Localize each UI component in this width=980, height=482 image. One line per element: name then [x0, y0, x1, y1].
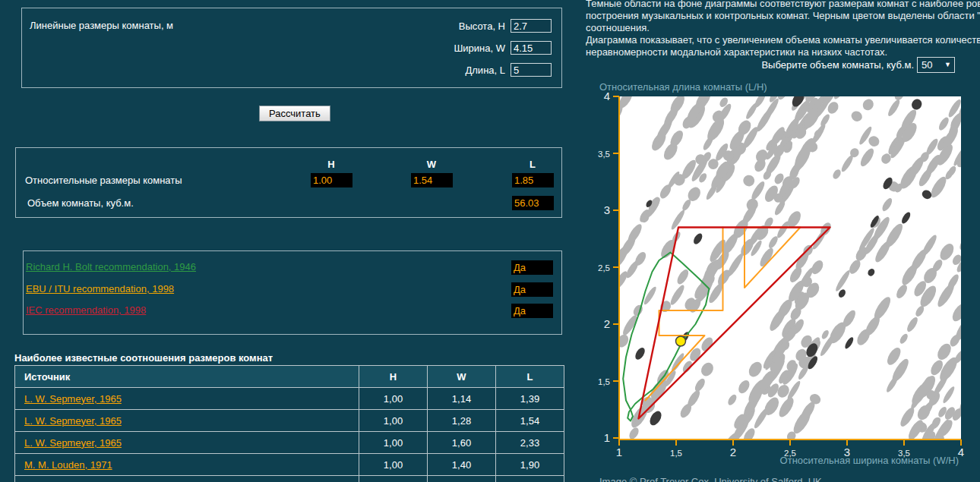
h-cell: 1,00 [359, 454, 428, 476]
relative-l-value: 1.85 [512, 173, 554, 187]
source-link[interactable]: M. M. Louden, 1971 [24, 459, 112, 471]
room-ratio-diagram: 11,522,533,5411,522,533,54 [593, 79, 972, 471]
source-column-header: Источник [15, 366, 359, 388]
room-acoustics-calculator-page: { "dimensions_panel": { "title": "Линейн… [0, 0, 980, 482]
col-header-w: W [411, 159, 452, 170]
h-column-header: H [359, 366, 428, 388]
image-attribution: Image © Prof Trevor Cox, University of S… [599, 476, 822, 482]
h-cell: 1,00 [359, 432, 428, 454]
svg-text:2: 2 [604, 317, 610, 330]
iec-recommendation-result: Да [511, 304, 553, 318]
w-cell: 1,14 [428, 388, 496, 410]
h-cell: 1,00 [359, 410, 428, 432]
l-cell: 2,33 [496, 432, 564, 454]
svg-text:3: 3 [604, 203, 610, 216]
volume-select-value: 50 [922, 59, 932, 71]
iec-recommendation-link[interactable]: IEC recommendation, 1998 [26, 304, 146, 316]
ratios-table-header-row: Источник H W L [15, 366, 564, 388]
w-column-header: W [428, 366, 496, 388]
table-row: L. W. Sepmeyer, 1965 1,00 1,60 2,33 [15, 432, 564, 454]
relative-w-value: 1.54 [411, 173, 453, 187]
h-cell: 1,00 [359, 388, 428, 410]
relative-dimensions-label: Относительные размеры комнаты [25, 175, 182, 186]
ebu-itu-recommendation-result: Да [511, 282, 553, 297]
description-line: Темные области на фоне диаграммы соответ… [586, 0, 980, 10]
w-cell: 1,28 [428, 410, 496, 432]
volume-value: 56.03 [512, 196, 554, 210]
volume-select[interactable]: ▼50 [917, 57, 955, 73]
bolt-recommendation-link[interactable]: Richard H. Bolt recommendation, 1946 [26, 261, 196, 273]
table-row-clipped [15, 476, 564, 482]
col-header-h: H [311, 159, 352, 170]
svg-text:1: 1 [604, 431, 610, 444]
svg-text:4: 4 [958, 446, 964, 458]
width-input[interactable] [511, 41, 552, 55]
calculate-button[interactable]: Рассчитать [259, 106, 330, 121]
col-header-l: L [512, 159, 553, 170]
svg-text:3,5: 3,5 [598, 150, 610, 159]
volume-select-label: Выберите объем комнаты, куб.м. [761, 59, 914, 71]
l-cell: 1,54 [496, 410, 564, 432]
ratios-table: Источник H W L L. W. Sepmeyer, 1965 1,00… [14, 365, 564, 482]
svg-text:4: 4 [604, 90, 610, 102]
chevron-down-icon: ▼ [944, 58, 951, 72]
table-row: L. W. Sepmeyer, 1965 1,00 1,14 1,39 [15, 388, 564, 410]
description-line: соотношения. [586, 22, 980, 34]
relative-dimensions-panel: H W L Относительные размеры комнаты 1.00… [15, 147, 562, 218]
bolt-recommendation-result: Да [511, 260, 553, 275]
source-link[interactable]: L. W. Sepmeyer, 1965 [24, 393, 122, 405]
l-cell: 1,90 [496, 454, 564, 476]
svg-text:1: 1 [616, 446, 622, 458]
description-line: Диаграмма показывает, что с увеличением … [586, 34, 980, 46]
length-input[interactable] [511, 63, 552, 77]
source-link[interactable]: L. W. Sepmeyer, 1965 [24, 437, 122, 449]
ratios-table-title: Наиболее известные соотношения размеров … [14, 352, 273, 364]
recommendations-panel: Richard H. Bolt recommendation, 1946 Да … [23, 250, 562, 335]
l-column-header: L [496, 366, 564, 388]
relative-h-value: 1.00 [311, 173, 352, 187]
linear-dimensions-panel: Линейные размеры комнаты, м Высота, H Ши… [21, 8, 562, 88]
volume-label: Объем комнаты, куб.м. [27, 197, 134, 209]
source-link[interactable]: L. W. Sepmeyer, 1965 [24, 415, 122, 427]
diagram-description: Темные области на фоне диаграммы соответ… [586, 0, 980, 58]
l-cell: 1,39 [496, 388, 564, 410]
table-row: M. M. Louden, 1971 1,00 1,40 1,90 [15, 454, 564, 476]
ebu-itu-recommendation-link[interactable]: EBU / ITU recommendation, 1998 [26, 283, 174, 295]
w-cell: 1,40 [428, 454, 496, 476]
current-room-point [676, 336, 686, 346]
svg-text:1,5: 1,5 [670, 449, 682, 458]
height-input[interactable] [511, 19, 552, 33]
description-line: построения музыкальных и контрольных ком… [586, 10, 980, 22]
height-label: Высота, H [22, 20, 505, 32]
table-row: L. W. Sepmeyer, 1965 1,00 1,28 1,54 [15, 410, 564, 432]
svg-text:2,5: 2,5 [598, 263, 610, 273]
svg-text:1,5: 1,5 [598, 377, 610, 386]
x-axis-label: Относительная ширина комнаты (W/H) [684, 455, 959, 466]
width-label: Ширина, W [22, 43, 505, 54]
length-label: Длина, L [22, 65, 505, 76]
w-cell: 1,60 [428, 432, 496, 454]
